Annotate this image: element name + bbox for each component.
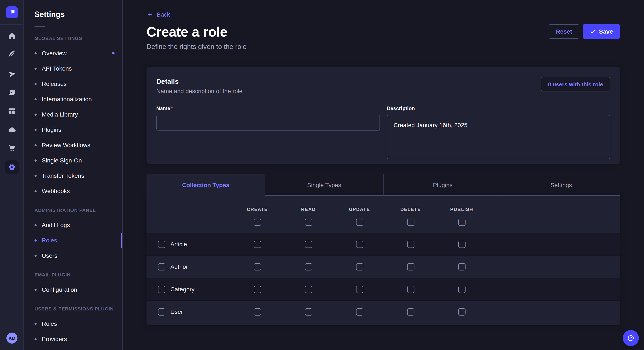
users-with-role-button[interactable]: 0 users with this role [541, 77, 610, 91]
nav-home-button[interactable] [5, 29, 19, 43]
row-label: Article [170, 241, 187, 247]
column-header: DELETE [400, 207, 421, 212]
nav-media-library-button[interactable] [5, 85, 19, 99]
column-header: PUBLISH [450, 207, 473, 212]
category-create-checkbox[interactable] [254, 286, 261, 293]
sidebar-item-single-sign-on[interactable]: Single Sign-On [24, 153, 122, 168]
author-delete-checkbox[interactable] [407, 263, 414, 270]
tab-label: Collection Types [182, 181, 229, 188]
sidebar-item-plugins[interactable]: Plugins [24, 122, 122, 137]
sidebar-item-label: Users [42, 252, 57, 259]
sidebar-item-roles[interactable]: Roles [24, 316, 122, 331]
bullet-icon [34, 255, 37, 257]
nav-releases-button[interactable] [5, 67, 19, 81]
category-publish-checkbox[interactable] [458, 286, 465, 293]
user-create-checkbox[interactable] [254, 308, 261, 315]
article-update-checkbox[interactable] [356, 240, 363, 248]
permission-cell [385, 308, 436, 315]
sidebar-item-label: Overview [42, 50, 67, 57]
user-delete-checkbox[interactable] [407, 308, 414, 315]
nav-deploy-button[interactable] [5, 123, 19, 137]
nav-content-type-builder-button[interactable] [5, 104, 19, 118]
category-select-checkbox[interactable] [158, 286, 165, 293]
bullet-icon [34, 159, 37, 161]
sidebar-item-media-library[interactable]: Media Library [24, 107, 122, 122]
sidebar-item-label: Webhooks [42, 187, 70, 194]
user-publish-checkbox[interactable] [458, 308, 465, 315]
sidebar-item-transfer-tokens[interactable]: Transfer Tokens [24, 168, 122, 183]
select-all-cell [385, 219, 436, 226]
check-icon [590, 29, 596, 34]
workspace-logo-button[interactable] [6, 6, 18, 18]
nav-content-manager-button[interactable] [5, 47, 19, 61]
nav-section-label: ADMINISTRATION PANEL [24, 206, 122, 214]
user-update-checkbox[interactable] [356, 308, 363, 315]
table-row-category: Category [146, 278, 620, 300]
page-subtitle: Define the rights given to the role [146, 43, 246, 51]
sidebar-item-roles[interactable]: Roles [24, 233, 122, 248]
select-all-create-checkbox[interactable] [254, 219, 261, 226]
nav-settings-button[interactable] [5, 160, 19, 174]
sidebar-item-label: Roles [42, 320, 57, 327]
tab-plugins[interactable]: Plugins [383, 174, 502, 196]
article-publish-checkbox[interactable] [458, 240, 465, 248]
description-textarea[interactable]: Created January 16th, 2025 [387, 115, 610, 159]
nav-list: Audit LogsRolesUsers [24, 217, 122, 263]
home-icon [8, 32, 16, 40]
column-header-cell: CREATE [232, 205, 283, 213]
bullet-icon [34, 83, 37, 85]
author-publish-checkbox[interactable] [458, 263, 465, 270]
row-label: Category [170, 286, 195, 293]
permission-cell [334, 240, 385, 248]
permission-cell [334, 308, 385, 315]
select-all-cell [334, 219, 385, 226]
nav-marketplace-button[interactable] [5, 141, 19, 155]
sidebar-item-internationalization[interactable]: Internationalization [24, 91, 122, 107]
tab-settings[interactable]: Settings [502, 174, 620, 196]
author-update-checkbox[interactable] [356, 263, 363, 270]
header-actions: Reset Save [548, 24, 620, 39]
sidebar-item-api-tokens[interactable]: API Tokens [24, 61, 122, 76]
sidebar-item-overview[interactable]: Overview [24, 45, 122, 61]
sidebar-item-users[interactable]: Users [24, 248, 122, 263]
user-read-checkbox[interactable] [305, 308, 312, 315]
author-create-checkbox[interactable] [254, 263, 261, 270]
select-all-publish-checkbox[interactable] [458, 219, 465, 226]
name-input[interactable] [156, 115, 380, 131]
select-all-cell [283, 219, 334, 226]
save-button[interactable]: Save [583, 24, 620, 39]
tab-collection-types[interactable]: Collection Types [146, 174, 265, 196]
sidebar-item-audit-logs[interactable]: Audit Logs [24, 217, 122, 233]
article-select-checkbox[interactable] [158, 240, 165, 248]
select-all-delete-checkbox[interactable] [407, 219, 414, 226]
category-update-checkbox[interactable] [356, 286, 363, 293]
sidebar-item-label: Single Sign-On [42, 157, 82, 164]
sidebar-item-configuration[interactable]: Configuration [24, 282, 122, 297]
column-header: UPDATE [349, 207, 370, 212]
article-create-checkbox[interactable] [254, 240, 261, 248]
user-avatar[interactable]: KD [6, 333, 18, 344]
tab-single-types[interactable]: Single Types [265, 174, 383, 196]
article-delete-checkbox[interactable] [407, 240, 414, 248]
back-link[interactable]: Back [146, 11, 170, 18]
sidebar-item-webhooks[interactable]: Webhooks [24, 183, 122, 199]
sidebar-item-review-workflows[interactable]: Review Workflows [24, 137, 122, 153]
user-select-checkbox[interactable] [158, 308, 165, 315]
help-button[interactable]: ? [623, 330, 639, 346]
author-read-checkbox[interactable] [305, 263, 312, 270]
cloud-icon [8, 126, 16, 134]
select-all-read-checkbox[interactable] [305, 219, 312, 226]
select-all-update-checkbox[interactable] [356, 219, 363, 226]
sidebar-item-releases[interactable]: Releases [24, 76, 122, 91]
nav-list: OverviewAPI TokensReleasesInternationali… [24, 45, 122, 199]
category-read-checkbox[interactable] [305, 286, 312, 293]
row-header-cell: Author [146, 263, 232, 270]
article-read-checkbox[interactable] [305, 240, 312, 248]
back-label: Back [157, 11, 170, 18]
author-select-checkbox[interactable] [158, 263, 165, 270]
reset-button[interactable]: Reset [548, 24, 579, 39]
permission-cell [232, 263, 283, 270]
settings-subnav: Settings GLOBAL SETTINGSOverviewAPI Toke… [24, 0, 123, 350]
sidebar-item-providers[interactable]: Providers [24, 331, 122, 347]
category-delete-checkbox[interactable] [407, 286, 414, 293]
